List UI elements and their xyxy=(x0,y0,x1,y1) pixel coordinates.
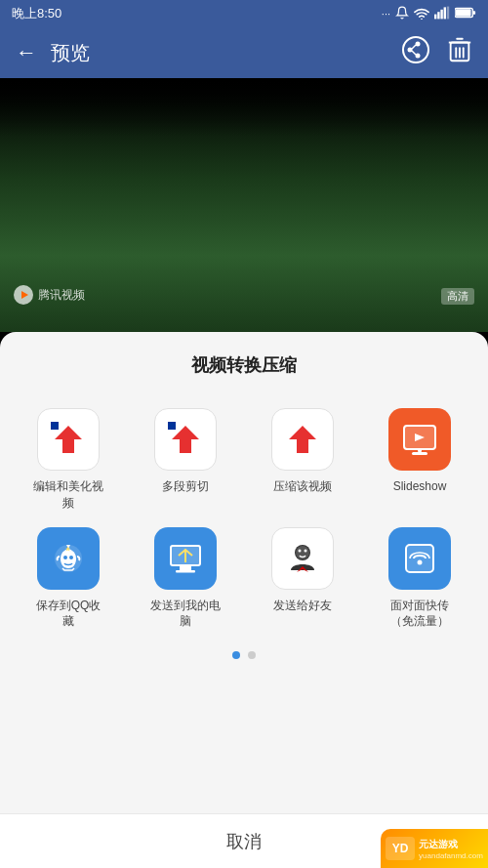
svg-rect-6 xyxy=(456,9,471,16)
svg-line-13 xyxy=(412,51,416,55)
pagination-dots xyxy=(232,651,256,659)
status-time: 晚上8:50 xyxy=(12,5,61,22)
friend-send-label: 发送给好友 xyxy=(273,598,332,614)
top-bar: ← 预览 xyxy=(0,27,488,78)
video-area: 腾讯视频 高清 xyxy=(0,78,488,332)
dialog-overlay: 视频转换压缩 编辑和美化视频 xyxy=(0,332,488,868)
status-icons: ··· xyxy=(382,6,476,21)
svg-rect-0 xyxy=(434,15,436,20)
top-bar-right xyxy=(402,36,472,69)
top-bar-left: ← 预览 xyxy=(16,40,90,66)
app-item-slideshow[interactable]: Slideshow xyxy=(361,404,478,516)
dialog-title: 视频转换压缩 xyxy=(191,353,297,377)
svg-line-12 xyxy=(412,45,416,49)
svg-point-44 xyxy=(418,559,423,564)
svg-rect-1 xyxy=(437,12,439,19)
notification-icon: ··· xyxy=(382,8,390,20)
bell-icon xyxy=(395,6,409,21)
svg-rect-29 xyxy=(418,449,422,452)
dot-1 xyxy=(232,651,240,659)
app-item-friend-send[interactable]: 发送给好友 xyxy=(244,523,361,635)
svg-point-32 xyxy=(69,556,73,559)
clip-icon xyxy=(154,408,217,471)
clip-label: 多段剪切 xyxy=(162,478,209,495)
svg-rect-36 xyxy=(176,570,195,573)
friend-send-icon xyxy=(271,527,334,590)
face-transfer-label: 面对面快传（免流量） xyxy=(390,598,449,631)
svg-marker-20 xyxy=(55,426,82,453)
svg-rect-21 xyxy=(51,422,59,430)
app-item-edit[interactable]: 编辑和美化视频 xyxy=(10,404,127,516)
watermark-url: yuandafanmd.com xyxy=(419,851,483,860)
app-item-clip[interactable]: 多段剪切 xyxy=(127,404,244,516)
pc-send-label: 发送到我的电脑 xyxy=(150,598,221,631)
page-title: 预览 xyxy=(51,40,90,66)
yd-logo: YD xyxy=(386,837,415,860)
app-item-face-transfer[interactable]: 面对面快传（免流量） xyxy=(361,523,478,635)
svg-rect-4 xyxy=(447,7,449,20)
qq-save-label: 保存到QQ收藏 xyxy=(36,598,102,631)
app-item-pc-send[interactable]: 发送到我的电脑 xyxy=(127,523,244,635)
svg-rect-35 xyxy=(180,566,191,570)
bottom-watermark: YD 元达游戏 yuandafanmd.com xyxy=(381,829,488,868)
pc-send-icon xyxy=(154,527,217,590)
svg-point-41 xyxy=(305,549,307,552)
dialog: 视频转换压缩 编辑和美化视频 xyxy=(0,332,488,868)
delete-button[interactable] xyxy=(447,36,472,69)
hd-badge: 高清 xyxy=(441,288,474,305)
watermark-text: 腾讯视频 xyxy=(38,287,85,304)
svg-point-8 xyxy=(403,37,428,62)
edit-icon xyxy=(37,408,100,471)
video-top-overlay xyxy=(0,78,488,137)
face-transfer-icon xyxy=(388,527,451,590)
svg-rect-7 xyxy=(472,11,475,15)
slideshow-label: Slideshow xyxy=(393,478,447,495)
app-item-qq-save[interactable]: 保存到QQ收藏 xyxy=(10,523,127,635)
svg-text:YD: YD xyxy=(392,842,409,855)
share-button[interactable] xyxy=(402,36,429,69)
status-bar: 晚上8:50 ··· xyxy=(0,0,488,27)
wifi-icon xyxy=(414,6,429,21)
compress-label: 压缩该视频 xyxy=(273,478,332,495)
svg-marker-24 xyxy=(289,426,316,453)
qq-save-icon xyxy=(37,527,100,590)
slideshow-icon xyxy=(388,408,451,471)
svg-marker-22 xyxy=(172,426,199,453)
edit-label: 编辑和美化视频 xyxy=(33,478,103,512)
dot-2 xyxy=(248,651,256,659)
app-item-compress[interactable]: 压缩该视频 xyxy=(244,404,361,516)
svg-rect-23 xyxy=(168,422,176,430)
svg-rect-28 xyxy=(412,452,427,455)
svg-point-31 xyxy=(63,556,67,559)
svg-rect-2 xyxy=(440,10,442,20)
battery-icon xyxy=(455,7,476,21)
watermark-brand: 元达游戏 xyxy=(419,838,483,851)
compress-icon xyxy=(271,408,334,471)
tencent-video-icon xyxy=(14,285,33,305)
signal-icon xyxy=(434,6,450,21)
app-grid: 编辑和美化视频 多段剪切 压缩该视频 xyxy=(0,404,488,634)
video-watermark: 腾讯视频 xyxy=(14,285,85,305)
watermark-text-block: 元达游戏 yuandafanmd.com xyxy=(419,838,483,860)
back-button[interactable]: ← xyxy=(16,40,37,65)
svg-rect-3 xyxy=(444,7,446,19)
svg-point-40 xyxy=(299,549,302,552)
